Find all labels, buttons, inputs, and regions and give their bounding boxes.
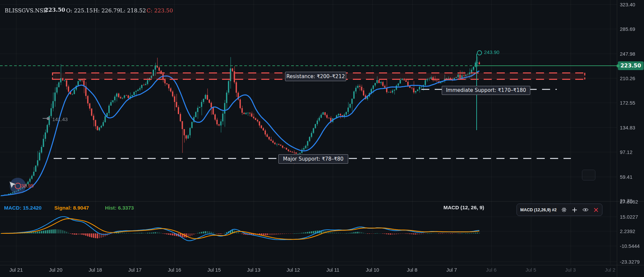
price-tick-label: 134.83 <box>620 125 635 130</box>
close-value: C: 223.50 <box>147 7 173 14</box>
symbol-name: BLISSGVS.NSE <box>5 7 47 14</box>
price-tick-label: 323.40 <box>620 2 635 7</box>
last-price: 223.50 <box>45 7 65 13</box>
swing-high-circle <box>477 50 482 55</box>
settings-gear-icon[interactable] <box>561 207 567 213</box>
visibility-eye-icon[interactable] <box>582 207 589 213</box>
macd-tick-label: -10.5444 <box>620 243 640 249</box>
mid-price-tag: 141.43 <box>52 116 68 122</box>
hist-value: Hist: 6.3373 <box>105 205 134 211</box>
macd-tick-label: 27.8062 <box>620 199 638 205</box>
add-indicator-plus-icon[interactable] <box>572 207 578 213</box>
macd-legend-label: MACD (12,26,9) #2 <box>520 208 556 212</box>
time-tick-label: Jul 13 <box>247 267 260 273</box>
time-tick-label: Jul 11 <box>326 267 339 273</box>
resistance-zone-left-edge <box>52 73 53 79</box>
time-tick-label: Jul 20 <box>49 267 62 273</box>
current-price-badge: 223.50 <box>618 61 644 70</box>
price-line-dot <box>616 64 620 67</box>
remove-indicator-close-icon[interactable] <box>593 207 599 213</box>
major-support-label[interactable]: Major Support: ₹78–₹80 <box>278 154 348 164</box>
low-value: L: 218.52 <box>120 7 146 14</box>
open-value: O: 225.15 <box>66 7 93 14</box>
current-price-solid-line[interactable] <box>475 65 617 66</box>
price-tick-label: 210.26 <box>620 75 635 81</box>
macd-tick-label: 2.2392 <box>620 228 635 234</box>
time-tick-label: Jul 16 <box>168 267 181 273</box>
mid-level-dot <box>47 117 50 120</box>
macd-indicator-legend[interactable]: MACD (12,26,9) #2 <box>517 204 602 216</box>
price-tick-label: 59.41 <box>620 174 633 180</box>
signal-value: Signal: 8.9047 <box>54 205 89 211</box>
time-tick-label: Jul 10 <box>366 267 379 273</box>
macd-tick-label: -23.3279 <box>620 259 640 265</box>
high-value: H: 226.79 <box>93 7 120 14</box>
chart-toolbar-button[interactable] <box>582 170 595 180</box>
time-tick-label: Jul 6 <box>486 267 497 273</box>
time-tick-label: Jul 5 <box>526 267 536 273</box>
time-tick-label: Jul 2 <box>605 267 615 273</box>
price-tick-label: 172.55 <box>620 100 635 106</box>
mouse-cursor-icon <box>9 180 18 189</box>
macd-pane-title: MACD (12, 26, 9) <box>443 205 484 211</box>
macd-value: MACD: 15.2420 <box>4 205 42 211</box>
macd-tick-label: 15.0227 <box>620 214 638 220</box>
price-tick-label: 97.12 <box>620 149 633 155</box>
current-price-dashed-line[interactable] <box>0 65 475 66</box>
time-tick-label: Jul 18 <box>89 267 102 273</box>
price-tick-label: 247.98 <box>620 51 635 57</box>
time-tick-label: Jul 3 <box>565 267 576 273</box>
time-tick-label: Jul 8 <box>407 267 418 273</box>
time-tick-label: Jul 17 <box>128 267 142 273</box>
swing-high-price-tag: 243.90 <box>484 49 499 55</box>
time-tick-label: Jul 12 <box>286 267 300 273</box>
time-tick-label: Jul 15 <box>207 267 221 273</box>
mid-level-tick <box>43 118 47 119</box>
resistance-label[interactable]: Resistance: ₹200–₹212 <box>285 72 346 81</box>
time-tick-label: Jul 7 <box>446 267 457 273</box>
price-macd-canvas[interactable] <box>0 0 644 277</box>
time-tick-label: Jul 21 <box>9 267 23 273</box>
immediate-support-label[interactable]: Immediate Support: ₹170–₹180 <box>442 86 530 95</box>
symbol-header: BLISSGVS.NSE 223.50 O: 225.15 H: 226.79 … <box>0 0 503 16</box>
resistance-zone-right-edge <box>584 73 585 79</box>
price-tick-label: 285.69 <box>620 26 635 32</box>
entry-price-tag: 38.95 <box>21 183 34 188</box>
trading-chart-window: BLISSGVS.NSE 223.50 O: 225.15 H: 226.79 … <box>0 0 644 277</box>
